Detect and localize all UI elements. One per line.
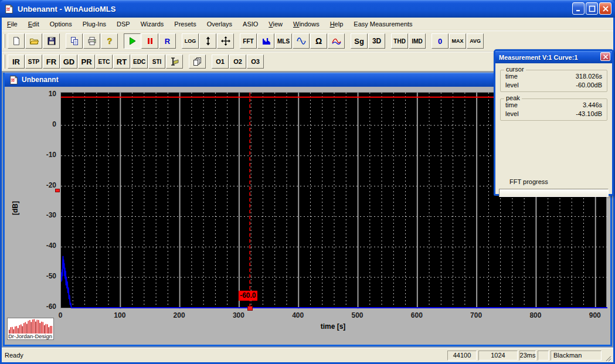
impedance-button[interactable]: Ω [310, 33, 327, 49]
print-button[interactable] [83, 33, 100, 49]
menu-overlays[interactable]: Overlays [202, 19, 237, 29]
overlay-1-button-label: O1 [216, 58, 225, 65]
cascade-windows-button[interactable] [189, 55, 206, 69]
etc-button[interactable]: ETC [96, 55, 113, 69]
copy-button[interactable] [66, 33, 83, 49]
pause-icon [145, 36, 155, 46]
document-icon [9, 75, 19, 85]
signal-button[interactable] [293, 33, 310, 49]
mls-button[interactable]: MLS [275, 33, 292, 49]
x-tick-label: 600 [402, 311, 431, 319]
y-tick-label: 0 [27, 120, 56, 128]
new-document-icon [12, 36, 21, 46]
close-button[interactable] [599, 2, 611, 15]
imd-button[interactable]: IMD [409, 33, 426, 49]
overlay-3-button[interactable]: O3 [247, 55, 264, 69]
edc-button[interactable]: EDC [131, 55, 148, 69]
y-tick-label: -20 [27, 181, 56, 189]
max-button[interactable]: MAX [449, 33, 466, 49]
edc-button-label: EDC [133, 59, 145, 65]
cursor-value-label: -60.0 [239, 291, 257, 301]
peak-time-row: time3.446s [504, 101, 603, 110]
minimize-button[interactable] [572, 2, 585, 15]
3d-button[interactable]: 3D [368, 33, 385, 49]
menu-options[interactable]: Options [45, 19, 77, 29]
x-tick-label: 400 [283, 311, 312, 319]
menu-edit[interactable]: Edit [23, 19, 45, 29]
fft-button[interactable]: FFT [240, 33, 257, 49]
fft-progress-label: FFT progress [509, 178, 548, 185]
menu-help[interactable]: Help [325, 19, 349, 29]
overlay-1-button[interactable]: O1 [212, 55, 229, 69]
play-button[interactable] [124, 33, 141, 49]
stp-button[interactable]: STP [25, 55, 42, 69]
status-panels: 44100102423msBlackman [446, 351, 602, 360]
new-button[interactable] [8, 33, 25, 49]
move-button[interactable] [217, 33, 234, 49]
play-icon [128, 36, 137, 46]
resize-grip-icon[interactable] [604, 354, 612, 362]
stp-button-label: STP [28, 59, 39, 65]
svg-text:?: ? [107, 36, 112, 46]
fft-button-label: FFT [243, 38, 253, 45]
y-tick-label: 10 [27, 90, 56, 98]
overlay-curves-button[interactable] [328, 33, 345, 49]
level-marker-handle[interactable] [55, 189, 60, 192]
measurement-panel-title-bar[interactable]: Measurement V:1 Curve:1 [495, 51, 612, 63]
time-cursor-handle[interactable] [247, 306, 253, 311]
overlay-3-button-label: O3 [251, 58, 260, 65]
x-tick-label: 800 [521, 311, 550, 319]
x-axis-label: time [s] [286, 322, 380, 331]
gd-button[interactable]: GD [60, 55, 77, 69]
toolbar-gripper[interactable] [4, 55, 5, 69]
mls-button-label: MLS [277, 38, 290, 45]
open-button[interactable] [25, 33, 42, 49]
maximize-button[interactable] [586, 2, 598, 15]
rt-button[interactable]: RT [113, 55, 130, 69]
menu-easy-measurements[interactable]: Easy Measurements [348, 19, 417, 29]
signal-generator-button[interactable]: Sg [351, 33, 368, 49]
zero-button[interactable]: 0 [431, 33, 448, 49]
avg-button[interactable]: AVG [467, 33, 484, 49]
spectrum-button[interactable] [257, 33, 274, 49]
toolbar-group [189, 55, 206, 69]
save-button[interactable] [43, 33, 60, 49]
status-panel-1024: 1024 [478, 351, 518, 360]
pr-button[interactable]: PR [78, 55, 95, 69]
generator-setup-button[interactable] [166, 55, 183, 69]
overlay-curves-icon [332, 36, 341, 46]
log-scale-button[interactable]: LOG [182, 33, 199, 49]
avg-button-label: AVG [470, 38, 481, 44]
measurement-panel-close-icon[interactable] [600, 52, 610, 61]
y-tick-label: -50 [27, 272, 56, 280]
title-bar[interactable]: Unbenannt - WinAudioMLS [0, 0, 615, 18]
pause-button[interactable] [141, 33, 158, 49]
menu-windows[interactable]: Windows [288, 19, 325, 29]
toolbar-gripper[interactable] [4, 34, 5, 48]
fr-button[interactable]: FR [43, 55, 60, 69]
menu-plug-ins[interactable]: Plug-Ins [77, 19, 111, 29]
x-tick-label: 100 [105, 311, 134, 319]
sti-button[interactable]: STI [148, 55, 165, 69]
app-icon [4, 4, 14, 14]
save-floppy-icon [47, 36, 56, 46]
x-tick-label: 200 [165, 311, 194, 319]
thd-button[interactable]: THD [391, 33, 408, 49]
x-tick-label: 500 [343, 311, 372, 319]
record-button[interactable]: R [159, 33, 176, 49]
imd-button-label: IMD [412, 38, 422, 45]
menu-file[interactable]: File [2, 19, 23, 29]
menu-view[interactable]: View [263, 19, 288, 29]
ir-button[interactable]: IR [8, 55, 25, 69]
menu-dsp[interactable]: DSP [111, 19, 135, 29]
menu-presets[interactable]: Presets [169, 19, 201, 29]
help-button[interactable]: ? [101, 33, 118, 49]
cursor-level-label: level [505, 81, 519, 90]
y-tick-label: -30 [27, 211, 56, 219]
menu-wizards[interactable]: Wizards [135, 19, 169, 29]
overlay-2-button[interactable]: O2 [229, 55, 246, 69]
menu-asio[interactable]: ASIO [237, 19, 263, 29]
peak-level-value: -43.10dB [576, 110, 602, 118]
toolbar-group: Sg3D [351, 33, 386, 49]
vertical-zoom-button[interactable] [199, 33, 216, 49]
